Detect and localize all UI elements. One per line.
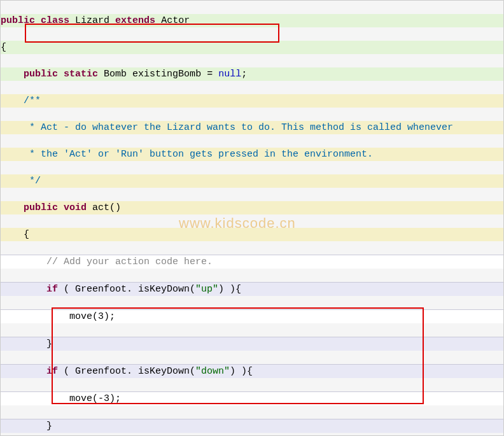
- code-line: /**: [1, 94, 503, 108]
- code-line: }: [1, 419, 503, 433]
- code-editor: public class Lizard extends Actor { publ…: [1, 1, 503, 436]
- code-line: * the 'Act' or 'Run' button gets pressed…: [1, 148, 503, 161]
- code-line: if ( Greenfoot. isKeyDown("down") ){: [1, 364, 503, 378]
- code-line: * Act - do whatever the Lizard wants to …: [1, 121, 503, 134]
- code-line: {: [1, 228, 503, 241]
- code-line: public static Bomb existingBomb = null;: [1, 67, 503, 81]
- code-line: }: [1, 337, 503, 351]
- code-line: */: [1, 174, 503, 188]
- code-line: // Add your action code here.: [1, 255, 503, 269]
- code-line: {: [1, 41, 503, 54]
- code-line: public void act(): [1, 201, 503, 214]
- code-line: move(3);: [1, 309, 503, 323]
- code-line: if ( Greenfoot. isKeyDown("up") ){: [1, 282, 503, 296]
- code-line: public class Lizard extends Actor: [1, 14, 503, 27]
- code-line: move(-3);: [1, 391, 503, 405]
